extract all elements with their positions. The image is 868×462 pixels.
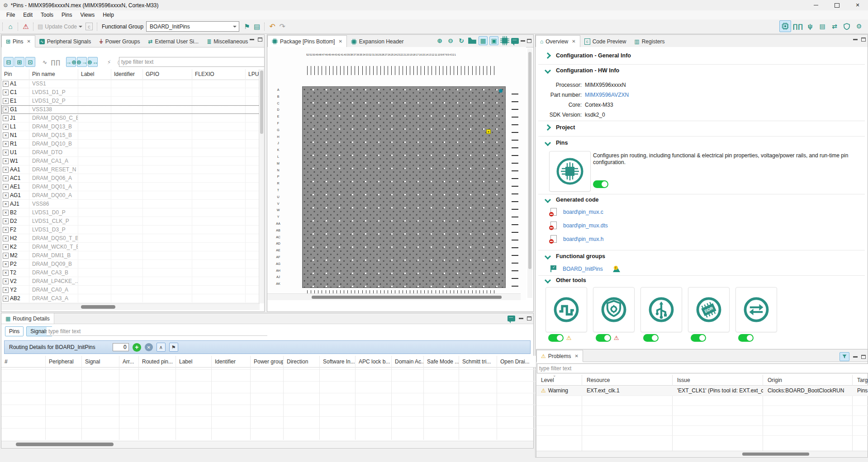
column-header[interactable]: # [1, 356, 45, 368]
column-header[interactable]: Resource [582, 375, 672, 386]
menu-tools[interactable]: Tools [37, 11, 57, 19]
show-dedicated-pins-icon[interactable]: ⊡ [25, 57, 35, 67]
unrouted-pin-icon[interactable]: ✕ [3, 218, 9, 224]
minimize-panel-icon[interactable] [521, 40, 525, 42]
unrouted-pin-icon[interactable]: ✕ [3, 253, 9, 259]
undo-icon[interactable]: ↶ [267, 22, 277, 32]
close-button[interactable]: ✕ [847, 0, 868, 10]
package-chip[interactable]: ✕ [302, 86, 506, 288]
maximize-panel-icon[interactable] [527, 316, 531, 321]
column-header[interactable]: Targ [853, 375, 868, 386]
table-row[interactable]: ✕AC1DRAM_DQ06_A [1, 174, 260, 183]
unrouted-pin-icon[interactable]: ✕ [3, 167, 9, 173]
tab-miscellaneous[interactable]: ≣ Miscellaneous [203, 36, 252, 47]
unrouted-pin-icon[interactable]: ✕ [3, 175, 9, 181]
table-row[interactable]: ✕U1DRAM_DTO [1, 148, 260, 157]
vertical-scrollbar[interactable] [259, 69, 264, 303]
filter-funnel-icon[interactable] [840, 352, 849, 361]
unrouted-pin-icon[interactable]: ✕ [3, 158, 9, 164]
tab-registers[interactable]: ▥ Registers [630, 36, 669, 47]
functional-group-link[interactable]: BOARD_InitPins [550, 265, 620, 272]
show-analog-signals-icon[interactable]: ∿ [40, 57, 50, 67]
unrouted-pin-icon[interactable]: ✕ [3, 132, 9, 138]
column-header[interactable]: Issue [673, 375, 763, 386]
flag-rows-button[interactable]: ⚑ [169, 343, 178, 352]
generated-file-link[interactable]: board\pin_mux.dts [550, 222, 608, 229]
tee-enabled-toggle[interactable] [596, 334, 611, 342]
maximize-panel-icon[interactable] [258, 38, 262, 42]
chevron-right-icon[interactable] [545, 52, 551, 59]
device-configuration-tool-icon[interactable]: ▤ [817, 21, 828, 32]
unrouted-pin-icon[interactable]: ✕ [3, 150, 9, 156]
column-header[interactable]: Domain Ac... [392, 356, 423, 368]
table-row[interactable]: ✕R1DRAM_DQ10_B [1, 140, 260, 148]
clocks-tool-card[interactable] [545, 287, 587, 332]
usb-enabled-toggle[interactable] [643, 334, 659, 342]
part-number-link[interactable]: MIMX9596AVZXN [585, 92, 629, 98]
column-header[interactable]: Signal [82, 356, 119, 368]
column-header[interactable]: Safe Mode ... [424, 356, 459, 368]
unrouted-pin-icon[interactable]: ✕ [3, 270, 9, 276]
unrouted-pin-icon[interactable]: ✕ [3, 201, 9, 207]
unrouted-pin-icon[interactable]: ✕ [3, 261, 9, 267]
close-icon[interactable]: ✕ [574, 354, 578, 358]
table-row[interactable]: ✕E1LVDS1_D2_P [1, 97, 260, 105]
unrouted-pin-icon[interactable]: ✕ [3, 244, 9, 250]
show-input-routing-icon[interactable]: →⊕ [66, 57, 76, 67]
show-output-routing-icon[interactable]: ⊕→ [77, 57, 87, 67]
table-row[interactable]: ✕G1VSS138 [1, 105, 260, 114]
unrouted-pin-icon[interactable]: ✕ [3, 236, 9, 241]
tab-power-groups[interactable]: ⏚ Power Groups [95, 36, 144, 47]
unrouted-pin-icon[interactable]: ✕ [3, 227, 9, 233]
ddr-enabled-toggle[interactable] [691, 334, 706, 342]
section-other-tools[interactable]: Other tools [545, 277, 586, 283]
pins-enabled-toggle[interactable] [593, 180, 608, 188]
column-header[interactable]: Identifier [212, 356, 250, 368]
column-header[interactable]: Label [176, 356, 211, 368]
unrouted-pin-icon[interactable]: ✕ [3, 124, 9, 130]
zoom-out-icon[interactable]: ⊖ [446, 36, 455, 45]
generated-file-link[interactable]: board\pin_mux.h [550, 235, 603, 243]
column-header[interactable]: Routed pin... [139, 356, 175, 368]
export-image-icon[interactable] [468, 36, 477, 45]
unrouted-pin-icon[interactable]: ✕ [3, 90, 9, 95]
table-row[interactable]: ✕AA1DRAM_RESET_N [1, 165, 260, 174]
delete-row-button[interactable]: ✕ [145, 343, 153, 351]
table-row[interactable]: ✕D2LVDS1_CLK_P [1, 217, 260, 226]
column-header[interactable]: Pin name [29, 69, 78, 80]
tab-code-preview[interactable]: c Code Preview [580, 36, 631, 47]
flag-icon[interactable]: ⚑ [242, 22, 252, 32]
tab-overview[interactable]: ⌂ Overview ✕ [536, 35, 580, 47]
chevron-down-icon[interactable] [545, 67, 551, 74]
column-header[interactable]: Identifier [111, 69, 143, 80]
tab-peripheral-signals[interactable]: ∿ Peripheral Signals [35, 36, 95, 47]
move-up-button[interactable]: ∧ [157, 343, 166, 352]
maximize-button[interactable] [826, 0, 847, 10]
horizontal-scrollbar[interactable] [1, 303, 260, 310]
close-icon[interactable]: ✕ [27, 39, 30, 44]
tab-expansion-header[interactable]: Expansion Header [347, 36, 408, 47]
update-code-dropdown-icon[interactable] [79, 26, 82, 28]
chevron-down-icon[interactable] [545, 140, 551, 146]
close-icon[interactable]: ✕ [572, 39, 575, 44]
table-row[interactable]: ✕T2DRAM_CA3_B [1, 269, 260, 277]
usb-tool-card[interactable] [640, 287, 682, 332]
generated-file-link[interactable]: board\pin_mux.c [550, 208, 603, 216]
column-header[interactable]: Peripheral [46, 356, 81, 368]
table-row[interactable]: ✕N1DRAM_DQ15_B [1, 131, 260, 140]
table-row[interactable]: ✕B2LVDS1_D0_P [1, 208, 260, 217]
tee-tool-card[interactable] [593, 287, 635, 332]
unrouted-pin-icon[interactable]: ✕ [3, 210, 9, 216]
table-row[interactable]: ✕M2DRAM_DMI1_B [1, 251, 260, 260]
zoom-in-icon[interactable]: ⊕ [435, 36, 444, 45]
unrouted-pin-icon[interactable]: ✕ [3, 278, 9, 284]
unrouted-pin-icon[interactable]: ✕ [3, 107, 9, 113]
settings-gear-icon[interactable]: ⚙ [854, 21, 864, 32]
show-labels-icon[interactable] [508, 316, 515, 321]
column-header[interactable]: Arr... [119, 356, 138, 368]
table-row[interactable]: ✕J1DRAM_DQS0_C_B [1, 114, 260, 123]
tab-pins[interactable]: ⊞ Pins ✕ [1, 35, 35, 47]
column-header[interactable]: GPIO [143, 69, 192, 80]
unrouted-pin-icon[interactable]: ✕ [3, 98, 9, 104]
pins-tool-icon[interactable] [779, 20, 791, 32]
